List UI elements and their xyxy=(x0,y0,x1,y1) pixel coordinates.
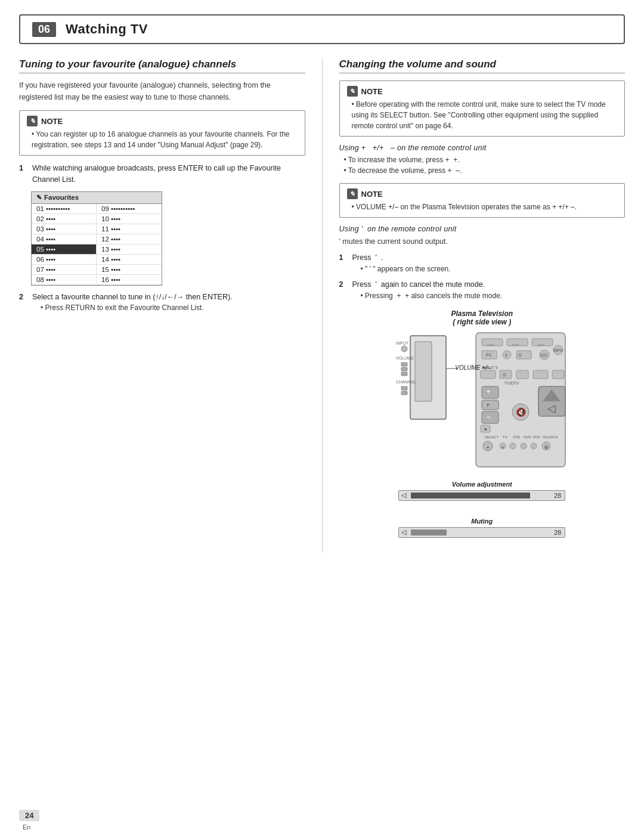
right-note1-item1: Before operating with the remote control… xyxy=(352,99,618,131)
right-note2-title: ✎ NOTE xyxy=(347,188,618,199)
fav-r6c1: 06 •••• xyxy=(32,255,97,265)
favourites-header: ✎ Favourites xyxy=(32,192,162,204)
fav-r8c2: 16 •••• xyxy=(97,275,162,285)
header-title: Watching TV xyxy=(66,21,148,37)
mute-speaker-icon: ◁ xyxy=(401,528,406,536)
volume-adjustment-container: Volume adjustment ◁ 28 xyxy=(398,481,565,501)
mute-step1-text: Press ' . xyxy=(352,253,383,262)
fav-r2c2: 10 •••• xyxy=(97,214,162,224)
using-mute-line: Using ' on the remote control unit xyxy=(339,225,626,233)
fav-r5c1-selected: 05 •••• xyxy=(32,244,97,255)
vol-bar-fill xyxy=(411,493,530,499)
svg-rect-5 xyxy=(401,363,407,366)
svg-point-60 xyxy=(531,443,537,449)
left-step2: 2 Select a favourite channel to tune in … xyxy=(19,292,305,314)
mute-desc: ' mutes the current sound output. xyxy=(339,236,626,247)
right-note1-content: Before operating with the remote control… xyxy=(347,99,618,131)
page-number: 24 xyxy=(19,810,39,821)
favourites-title: Favourites xyxy=(44,194,79,201)
note-icon-1: ✎ xyxy=(27,116,38,126)
volume-plus-minus-label: VOLUME +/– xyxy=(455,364,490,371)
fav-r4c2: 12 •••• xyxy=(97,234,162,244)
fav-r7c2: 15 •••• xyxy=(97,265,162,275)
fav-r5c2: 13 •••• xyxy=(97,244,162,255)
left-step1-num: 1 xyxy=(19,163,27,185)
right-column: Changing the volume and sound ✎ NOTE Bef… xyxy=(323,58,626,552)
svg-text:VOLUME: VOLUME xyxy=(396,356,414,360)
muting-label: Muting xyxy=(398,518,565,525)
vol-bullet1: To increase the volume, press + +. xyxy=(344,154,626,165)
left-step2-content: Select a favourite channel to tune in (↑… xyxy=(32,292,305,314)
vol-adj-label: Volume adjustment xyxy=(398,481,565,488)
fav-r1c1: 01 •••••••••• xyxy=(32,204,97,214)
fav-r3c2: 11 •••• xyxy=(97,224,162,234)
left-section-heading: Tuning to your favourite (analogue) chan… xyxy=(19,58,305,73)
fav-r8c1: 08 •••• xyxy=(32,275,97,285)
content-area: Tuning to your favourite (analogue) chan… xyxy=(19,58,625,552)
mute-step2: 2 Press ' again to cancel the mute mode.… xyxy=(339,279,626,301)
mute-step1-content: Press ' . " ' " appears on the screen. xyxy=(352,252,626,274)
fav-r3c1: 03 •••• xyxy=(32,224,97,234)
note-icon-r2: ✎ xyxy=(347,188,358,199)
svg-text:SOURCE: SOURCE xyxy=(543,435,558,439)
svg-rect-9 xyxy=(401,386,407,390)
svg-rect-1 xyxy=(415,342,432,401)
right-note2-label: NOTE xyxy=(361,190,383,199)
mute-step1: 1 Press ' . " ' " appears on the screen. xyxy=(339,252,626,274)
left-note1-title: ✎ NOTE xyxy=(27,116,298,126)
right-note1-label: NOTE xyxy=(361,87,383,96)
mute-step2-text: Press ' again to cancel the mute mode. xyxy=(352,280,485,289)
left-step2-text: Select a favourite channel to tune in (↑… xyxy=(32,293,233,301)
svg-point-3 xyxy=(401,346,407,352)
right-note1-title: ✎ NOTE xyxy=(347,86,618,97)
svg-text:⊡⊡: ⊡⊡ xyxy=(540,353,547,357)
left-step2-sub1: Press RETURN to exit the Favourite Chann… xyxy=(41,302,305,313)
left-step2-num: 2 xyxy=(19,292,27,314)
svg-text:VCR: VCR xyxy=(532,435,540,439)
right-note1: ✎ NOTE Before operating with the remote … xyxy=(339,81,626,137)
svg-rect-6 xyxy=(401,367,407,371)
svg-rect-39 xyxy=(482,400,499,410)
mute-step2-content: Press ' again to cancel the mute mode. P… xyxy=(352,279,626,301)
svg-text:CHANNEL: CHANNEL xyxy=(396,380,416,384)
svg-rect-35 xyxy=(552,370,564,379)
svg-text:TV: TV xyxy=(503,435,507,439)
svg-text:🔇: 🔇 xyxy=(516,407,527,417)
svg-text:●: ● xyxy=(501,445,504,449)
remote-control: ___ ___ ___ INFO PC 0 ⊡ xyxy=(470,330,571,475)
svg-text:SELECT: SELECT xyxy=(485,435,499,439)
svg-text:INFO: INFO xyxy=(553,348,563,352)
svg-text:___: ___ xyxy=(512,340,519,345)
fav-r2c1: 02 •••• xyxy=(32,214,97,224)
header-number: 06 xyxy=(32,22,56,37)
favourites-table: ✎ Favourites 01 •••••••••• 09 ••••••••••… xyxy=(31,191,162,286)
page-lang: En xyxy=(23,823,30,831)
svg-rect-7 xyxy=(401,372,407,376)
svg-text:TV/DTV: TV/DTV xyxy=(504,381,519,385)
remote-svg: ___ ___ ___ INFO PC 0 ⊡ xyxy=(470,330,571,473)
fav-r6c2: 14 •••• xyxy=(97,255,162,265)
svg-text:DVR: DVR xyxy=(524,435,531,439)
mute-step2-num: 2 xyxy=(339,279,348,301)
svg-rect-30 xyxy=(481,370,496,379)
mute-step1-sub1: " ' " appears on the screen. xyxy=(361,264,626,274)
vol-bullet2: To decrease the volume, press + –. xyxy=(344,165,626,176)
favourites-body: 01 •••••••••• 09 •••••••••• 02 •••• 10 •… xyxy=(32,204,162,285)
fav-r4c1: 04 •••• xyxy=(32,234,97,244)
vol-bar: ◁ 28 xyxy=(398,490,565,501)
svg-text:___: ___ xyxy=(537,340,544,345)
svg-text:P: P xyxy=(487,403,490,408)
favourites-icon: ✎ xyxy=(36,194,42,202)
tv-side-view: INPUT VOLUME CHANNEL VOLUME +/– xyxy=(392,330,458,433)
svg-text:___: ___ xyxy=(487,340,494,345)
note-icon-r1: ✎ xyxy=(347,86,358,97)
svg-text:+: + xyxy=(487,388,491,396)
mute-step1-num: 1 xyxy=(339,252,348,274)
svg-rect-10 xyxy=(401,391,407,395)
mute-bar-number: 28 xyxy=(554,529,561,536)
svg-text:◁: ◁ xyxy=(547,403,556,414)
left-intro: If you have registered your favourite (a… xyxy=(19,79,305,103)
svg-text:●: ● xyxy=(487,445,489,449)
right-note2-item1: VOLUME +/– on the Plasma Television oper… xyxy=(352,202,618,212)
left-step1: 1 While watching analogue broadcasts, pr… xyxy=(19,163,305,185)
